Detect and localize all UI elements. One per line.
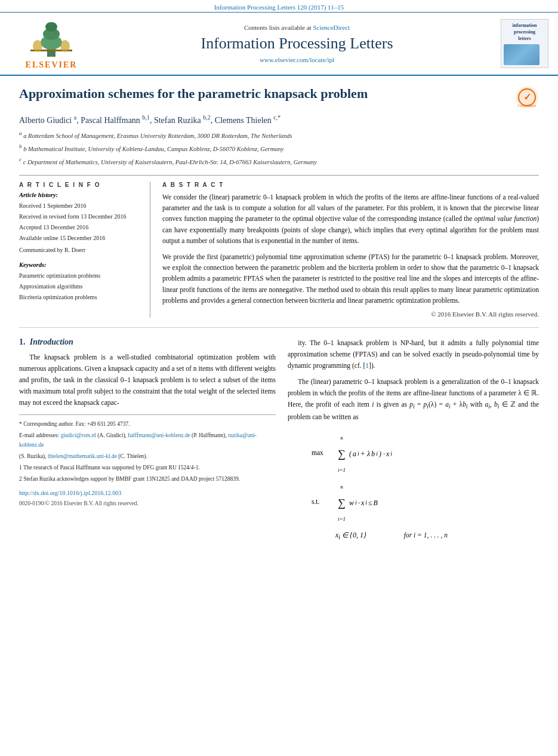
st-label: s.t. — [312, 495, 335, 509]
section-divider — [19, 327, 539, 328]
corresponding-note: * Corresponding author. Fax: +49 631 205… — [19, 420, 276, 429]
email-3-name: (S. Ruzika), — [19, 453, 47, 459]
keyword-2: Approximation algorithms — [19, 281, 141, 292]
keywords-label: Keywords: — [19, 262, 141, 268]
introduction-section: 1. Introduction The knapsack problem is … — [19, 337, 539, 548]
keyword-1: Parametric optimization problems — [19, 271, 141, 281]
accepted-date: Accepted 13 December 2016 — [19, 222, 141, 233]
section-number: 1. — [19, 337, 26, 346]
section-heading-wrapper: 1. Introduction — [19, 337, 276, 347]
math-display: max n ∑ i=1 (ai + λbi) · xi — [312, 430, 539, 543]
journal-title: Information Processing Letters — [93, 35, 501, 53]
journal-top-bar: Information Processing Letters 120 (2017… — [0, 0, 558, 13]
history-label: Article history: — [19, 192, 141, 198]
received-revised-date: Received in revised form 13 December 201… — [19, 211, 141, 222]
math-xi-row: xi ∈ {0, 1} for i = 1, . . . , n — [312, 528, 539, 543]
svg-text:CrossMark: CrossMark — [517, 103, 537, 108]
available-date: Available online 15 December 2016 — [19, 233, 141, 244]
authors-line: Alberto Giudici a, Pascal Halffmann b,1,… — [19, 114, 539, 125]
abstract-label: A B S T R A C T — [162, 182, 539, 188]
max-expr: n ∑ i=1 (ai + λbi) · xi — [335, 430, 392, 475]
intro-paragraph-3: The (linear) parametric 0–1 knapsack pro… — [288, 376, 539, 423]
elsevier-brand: ELSEVIER — [26, 60, 78, 70]
footnotes-area: * Corresponding author. Fax: +49 631 205… — [19, 414, 276, 508]
math-st-row: s.t. n ∑ i=1 wi · xi ≤ B — [312, 479, 539, 524]
communicated-by: Communicated by R. Doerr — [19, 245, 141, 256]
article-info-label: A R T I C L E I N F O — [19, 182, 141, 188]
elsevier-tree-icon — [24, 17, 78, 59]
paper-title: Approximation schemes for the parametric… — [19, 85, 509, 103]
affil-c: c c Department of Mathematics, Universit… — [19, 155, 539, 167]
intro-left-column: 1. Introduction The knapsack problem is … — [19, 337, 276, 548]
journal-url[interactable]: www.elsevier.com/locate/ipl — [93, 56, 501, 63]
journal-header-right: informationprocessingletters — [501, 19, 548, 69]
abstract-column: A B S T R A C T We consider the (linear)… — [162, 182, 539, 318]
st-expr: n ∑ i=1 wi · xi ≤ B — [335, 479, 378, 524]
journal-header: ELSEVIER Contents lists available at Sci… — [0, 13, 558, 76]
email-2[interactable]: halffmann@uni-koblenz.de — [128, 432, 190, 438]
svg-text:✓: ✓ — [523, 92, 531, 102]
footnote-2: 2 Stefan Ruzika acknowledges support by … — [19, 475, 276, 484]
section-heading: Introduction — [30, 337, 73, 346]
sciencedirect-link[interactable]: ScienceDirect — [313, 24, 350, 31]
contents-line: Contents lists available at ScienceDirec… — [93, 24, 501, 31]
footnote-1: 1 The research of Pascal Halffmann was s… — [19, 463, 276, 472]
email-4-name: (C. Thielen). — [118, 453, 147, 459]
intro-paragraph-2: ity. The 0–1 knapsack problem is NP-hard… — [288, 337, 539, 371]
received-date: Received 1 September 2016 — [19, 201, 141, 211]
two-column-section: A R T I C L E I N F O Article history: R… — [19, 175, 539, 318]
issn-line: 0020-0190/© 2016 Elsevier B.V. All right… — [19, 499, 276, 508]
svg-point-5 — [33, 40, 42, 52]
article-info-column: A R T I C L E I N F O Article history: R… — [19, 182, 150, 318]
email-note: E-mail addresses: giudici@rsm.nl (A. Giu… — [19, 431, 276, 449]
math-max-row: max n ∑ i=1 (ai + λbi) · xi — [312, 430, 539, 475]
doi-link[interactable]: http://dx.doi.org/10.1016/j.ipl.2016.12.… — [19, 488, 276, 498]
svg-point-6 — [60, 40, 70, 52]
copyright: © 2016 Elsevier B.V. All rights reserved… — [162, 311, 539, 318]
elsevier-logo: ELSEVIER — [10, 17, 93, 70]
email-1[interactable]: giudici@rsm.nl — [61, 432, 96, 438]
xi-expr: xi ∈ {0, 1} for i = 1, . . . , n — [335, 528, 448, 543]
xi-condition: for i = 1, . . . , n — [404, 531, 448, 539]
email-4[interactable]: thielen@mathematik.uni-kl.de — [48, 453, 117, 459]
email-1-name: (A. Giudici), — [97, 432, 127, 438]
email-2-name: (P. Halffmann), — [192, 432, 227, 438]
abstract-text: We consider the (linear) parametric 0–1 … — [162, 192, 539, 306]
intro-paragraph-1: The knapsack problem is a well-studied c… — [19, 352, 276, 408]
article-history: Received 1 September 2016 Received in re… — [19, 201, 141, 256]
affiliations: a a Rotterdam School of Management, Eras… — [19, 129, 539, 168]
keyword-3: Bicriteria optimization problems — [19, 292, 141, 303]
affil-b: b b Mathematical Institute, University o… — [19, 142, 539, 154]
journal-citation: Information Processing Letters 120 (2017… — [214, 4, 344, 11]
abstract-paragraph-2: We provide the first (parametric) polyno… — [162, 251, 539, 306]
paper-content: Approximation schemes for the parametric… — [0, 76, 558, 558]
page-wrapper: Information Processing Letters 120 (2017… — [0, 0, 558, 756]
journal-header-center: Contents lists available at ScienceDirec… — [93, 24, 501, 63]
abstract-paragraph-1: We consider the (linear) parametric 0–1 … — [162, 192, 539, 247]
intro-right-column: ity. The 0–1 knapsack problem is NP-hard… — [288, 337, 539, 548]
max-label: max — [312, 446, 335, 460]
intro-body-left: The knapsack problem is a well-studied c… — [19, 352, 276, 408]
keywords-list: Parametric optimization problems Approxi… — [19, 271, 141, 303]
journal-logo-box: informationprocessingletters — [501, 19, 548, 69]
journal-header-left: ELSEVIER — [10, 17, 93, 70]
paper-title-section: Approximation schemes for the parametric… — [19, 85, 539, 109]
intro-body-right: ity. The 0–1 knapsack problem is NP-hard… — [288, 337, 539, 423]
svg-point-3 — [45, 22, 57, 32]
affil-a: a a Rotterdam School of Management, Eras… — [19, 129, 539, 141]
email-note-2: (S. Ruzika), thielen@mathematik.uni-kl.d… — [19, 452, 276, 461]
crossmark-icon: ✓ CrossMark — [515, 85, 539, 109]
